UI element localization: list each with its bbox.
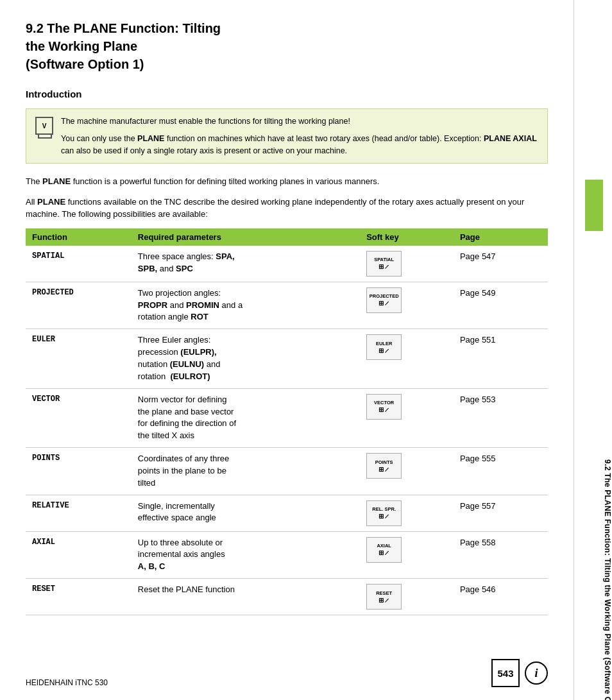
cell-params: Three space angles: SPA,SPB, and SPC <box>132 246 360 282</box>
page-footer: HEIDENHAIN iTNC 530 543 i <box>0 659 574 687</box>
page-wrapper: 9.2 The PLANE Function: Tilting the Work… <box>0 0 612 700</box>
cell-softkey: RESET⊞⟋ <box>360 579 454 615</box>
sidebar-text-wrapper: 9.2 The PLANE Function: Tilting the Work… <box>603 32 612 700</box>
cell-function: EULER <box>26 329 132 388</box>
cell-params: Coordinates of any threepoints in the pl… <box>132 448 360 495</box>
table-row: RESETReset the PLANE functionRESET⊞⟋Page… <box>26 579 548 615</box>
softkey-graphic: ⊞⟋ <box>378 466 390 473</box>
cell-page: Page 549 <box>454 282 548 329</box>
cell-softkey: POINTS⊞⟋ <box>360 448 454 495</box>
cell-params: Reset the PLANE function <box>132 579 360 615</box>
softkey-image: REL. SPR.⊞⟋ <box>366 500 402 526</box>
softkey-graphic: ⊞⟋ <box>378 264 390 270</box>
sidebar-green-bar <box>585 180 603 231</box>
table-row: RELATIVESingle, incrementallyeffective s… <box>26 495 548 531</box>
cell-softkey: REL. SPR.⊞⟋ <box>360 495 454 531</box>
softkey-graphic: ⊞⟋ <box>378 407 390 413</box>
body-text-1: The PLANE function is a powerful functio… <box>26 175 548 188</box>
softkey-graphic: ⊞⟋ <box>378 513 390 520</box>
softkey-graphic: ⊞⟋ <box>378 550 390 556</box>
softkey-image: SPATIAL⊞⟋ <box>366 251 402 277</box>
cell-function: SPATIAL <box>26 246 132 282</box>
footer-page-info: 543 i <box>491 659 548 687</box>
col-header-softkey: Soft key <box>360 228 454 246</box>
cell-page: Page 555 <box>454 448 548 495</box>
cell-params: Three Euler angles:precession (EULPR),nu… <box>132 329 360 388</box>
softkey-image: EULER⊞⟋ <box>366 334 402 360</box>
col-header-page: Page <box>454 228 548 246</box>
softkey-graphic: ⊞⟋ <box>378 597 390 604</box>
cell-page: Page 551 <box>454 329 548 388</box>
sidebar: 9.2 The PLANE Function: Tilting the Work… <box>574 0 612 700</box>
function-table: Function Required parameters Soft key Pa… <box>26 228 548 615</box>
softkey-image: VECTOR⊞⟋ <box>366 394 402 420</box>
table-row: POINTSCoordinates of any threepoints in … <box>26 448 548 495</box>
softkey-label: VECTOR <box>374 400 394 405</box>
softkey-image: POINTS⊞⟋ <box>366 453 402 479</box>
cell-params: Up to three absolute orincremental axis … <box>132 531 360 579</box>
softkey-label: PROJECTED <box>370 293 399 299</box>
chapter-title: 9.2 The PLANE Function: Tilting the Work… <box>26 19 548 73</box>
softkey-label: REL. SPR. <box>372 506 396 512</box>
col-header-params: Required parameters <box>132 228 360 246</box>
cell-params: Norm vector for definingthe plane and ba… <box>132 388 360 447</box>
cell-function: PROJECTED <box>26 282 132 329</box>
softkey-label: RESET <box>376 590 392 596</box>
cell-page: Page 547 <box>454 246 548 282</box>
softkey-image: RESET⊞⟋ <box>366 584 402 610</box>
cell-params: Single, incrementallyeffective space ang… <box>132 495 360 531</box>
cell-function: POINTS <box>26 448 132 495</box>
info-line1: The machine manufacturer must enable the… <box>61 115 538 128</box>
table-row: SPATIALThree space angles: SPA,SPB, and … <box>26 246 548 282</box>
softkey-image: AXIAL⊞⟋ <box>366 537 402 563</box>
body-text-2: All PLANE functions available on the TNC… <box>26 196 548 221</box>
info-box-text: The machine manufacturer must enable the… <box>61 115 538 157</box>
info-line2: You can only use the PLANE function on m… <box>61 133 538 157</box>
info-icon: V <box>35 117 53 135</box>
softkey-label: AXIAL <box>377 543 391 549</box>
cell-page: Page 553 <box>454 388 548 447</box>
table-header-row: Function Required parameters Soft key Pa… <box>26 228 548 246</box>
cell-function: VECTOR <box>26 388 132 447</box>
cell-page: Page 557 <box>454 495 548 531</box>
cell-function: RESET <box>26 579 132 615</box>
table-row: PROJECTEDTwo projection angles:PROPR and… <box>26 282 548 329</box>
softkey-label: SPATIAL <box>374 257 394 262</box>
cell-softkey: VECTOR⊞⟋ <box>360 388 454 447</box>
page-number-box: 543 <box>491 659 520 687</box>
info-icon-label: V <box>42 123 47 130</box>
footer-brand: HEIDENHAIN iTNC 530 <box>26 678 108 687</box>
cell-page: Page 558 <box>454 531 548 579</box>
cell-softkey: SPATIAL⊞⟋ <box>360 246 454 282</box>
softkey-label: POINTS <box>375 459 393 465</box>
cell-function: AXIAL <box>26 531 132 579</box>
softkey-graphic: ⊞⟋ <box>378 348 390 354</box>
softkey-label: EULER <box>376 341 392 346</box>
sidebar-text: 9.2 The PLANE Function: Tilting the Work… <box>603 459 612 700</box>
table-row: AXIALUp to three absolute orincremental … <box>26 531 548 579</box>
cell-softkey: PROJECTED⊞⟋ <box>360 282 454 329</box>
info-box: V The machine manufacturer must enable t… <box>26 108 548 164</box>
cell-function: RELATIVE <box>26 495 132 531</box>
col-header-function: Function <box>26 228 132 246</box>
main-content: 9.2 The PLANE Function: Tilting the Work… <box>0 0 574 700</box>
cell-softkey: EULER⊞⟋ <box>360 329 454 388</box>
table-row: VECTORNorm vector for definingthe plane … <box>26 388 548 447</box>
cell-params: Two projection angles:PROPR and PROMIN a… <box>132 282 360 329</box>
table-row: EULERThree Euler angles:precession (EULP… <box>26 329 548 388</box>
softkey-image: PROJECTED⊞⟋ <box>366 287 402 313</box>
info-circle-icon: i <box>525 662 548 685</box>
softkey-graphic: ⊞⟋ <box>378 300 390 307</box>
cell-page: Page 546 <box>454 579 548 615</box>
section-heading: Introduction <box>26 89 548 99</box>
cell-softkey: AXIAL⊞⟋ <box>360 531 454 579</box>
